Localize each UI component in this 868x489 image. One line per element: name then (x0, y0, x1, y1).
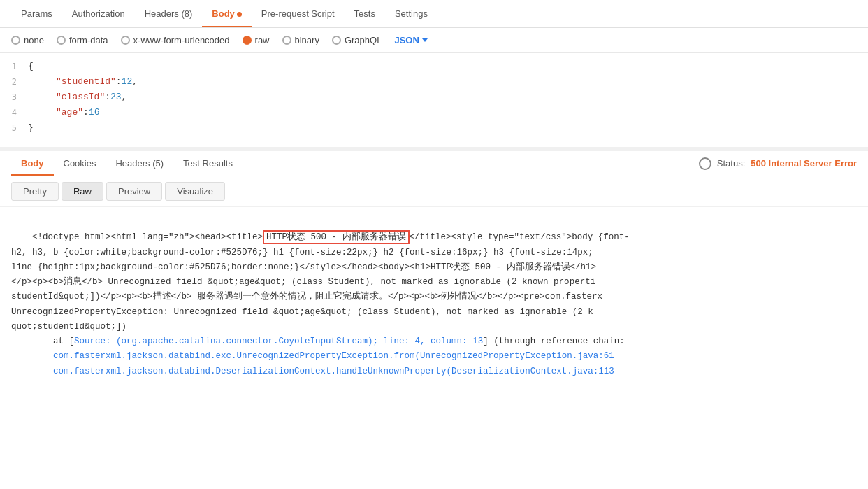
body-type-row: none form-data x-www-form-urlencoded raw… (0, 28, 868, 53)
resp-line3: line {height:1px;background-color:#525D7… (11, 262, 596, 272)
resp-tab-testresults[interactable]: Test Results (173, 151, 243, 176)
tab-tests[interactable]: Tests (345, 0, 385, 27)
response-body-content: <!doctype html><html lang="zh"><head><ti… (0, 207, 868, 402)
format-raw-button[interactable]: Raw (62, 182, 103, 201)
radio-circle-graphql (332, 36, 341, 45)
code-line-5: 5 } (0, 120, 868, 136)
tab-body[interactable]: Body (202, 0, 252, 27)
format-pretty-button[interactable]: Pretty (11, 182, 59, 201)
tab-authorization[interactable]: Authorization (62, 0, 135, 27)
response-section: Body Cookies Headers (5) Test Results St… (0, 151, 868, 402)
resp-line1-pre: <!doctype html><html lang="zh"><head><ti… (32, 232, 263, 242)
code-line-3: 3 "classId":23, (0, 90, 868, 105)
resp-line8-post: ] (through reference chain: (483, 336, 625, 346)
chevron-down-icon (422, 38, 428, 42)
resp-highlighted-title: HTTP状态 500 - 内部服务器错误 (263, 230, 410, 244)
tab-params[interactable]: Params (11, 0, 62, 27)
resp-line10-link[interactable]: com.fasterxml.jackson.databind.Deseriali… (53, 367, 614, 376)
radio-raw[interactable]: raw (243, 35, 270, 45)
resp-tab-cookies[interactable]: Cookies (54, 151, 106, 176)
tab-headers[interactable]: Headers (8) (135, 0, 203, 27)
radio-circle-raw (243, 36, 252, 45)
format-bar: Pretty Raw Preview Visualize (0, 176, 868, 207)
resp-tab-body[interactable]: Body (11, 151, 54, 176)
radio-circle-urlencoded (121, 36, 130, 45)
globe-icon (699, 157, 711, 170)
code-line-2: 2 "studentId":12, (0, 74, 868, 90)
radio-circle-formdata (57, 36, 66, 45)
json-type-dropdown[interactable]: JSON (394, 35, 427, 45)
radio-none[interactable]: none (11, 35, 44, 45)
resp-line2: h2, h3, b {color:white;background-color:… (11, 248, 593, 257)
radio-binary[interactable]: binary (282, 35, 319, 45)
status-label: Status: (717, 158, 745, 169)
resp-line5: studentId&quot;])</p><p><b>描述</b> 服务器遇到一… (11, 292, 602, 302)
radio-formdata[interactable]: form-data (57, 35, 108, 45)
resp-line7: quot;studentId&quot;]) (11, 322, 126, 332)
format-preview-button[interactable]: Preview (106, 182, 162, 201)
response-status-area: Status: 500 Internal Server Error (699, 157, 857, 170)
resp-tab-headers[interactable]: Headers (5) (106, 151, 173, 176)
request-tab-bar: Params Authorization Headers (8) Body Pr… (0, 0, 868, 28)
resp-line9-link[interactable]: com.fasterxml.jackson.databind.exc.Unrec… (53, 351, 614, 361)
resp-line10-pre (11, 367, 53, 376)
status-value: 500 Internal Server Error (751, 158, 857, 169)
resp-line4: </p><p><b>消息</b> Unrecognized field &quo… (11, 277, 595, 287)
code-line-1: 1 { (0, 59, 868, 74)
tab-settings[interactable]: Settings (385, 0, 437, 27)
resp-line6: UnrecognizedPropertyException: Unrecogni… (11, 307, 593, 317)
radio-graphql[interactable]: GraphQL (332, 35, 382, 45)
resp-line9-pre (11, 351, 53, 361)
resp-line1-post: </title><style type="text/css">body {fon… (410, 232, 630, 242)
response-tab-bar: Body Cookies Headers (5) Test Results St… (0, 151, 868, 176)
resp-line8-pre: at [ (11, 336, 74, 346)
format-visualize-button[interactable]: Visualize (165, 182, 225, 201)
body-dot-indicator (237, 12, 242, 17)
radio-circle-binary (282, 36, 291, 45)
code-line-4: 4 "age":16 (0, 105, 868, 120)
radio-circle-none (11, 36, 20, 45)
radio-urlencoded[interactable]: x-www-form-urlencoded (121, 35, 230, 45)
tab-prerequest[interactable]: Pre-request Script (252, 0, 345, 27)
request-body-editor[interactable]: 1 { 2 "studentId":12, 3 "classId":23, 4 … (0, 53, 868, 151)
resp-line8-link[interactable]: Source: (org.apache.catalina.connector.C… (74, 336, 483, 346)
